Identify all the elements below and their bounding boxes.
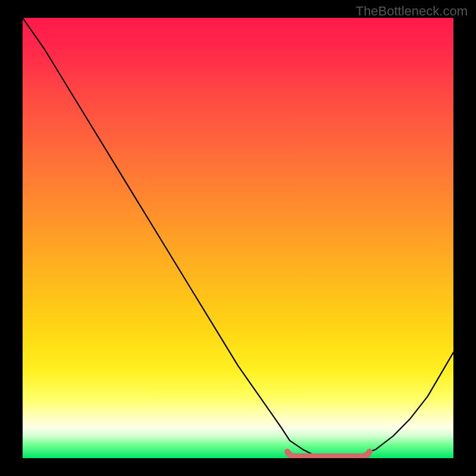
chart-plot-area <box>23 18 453 458</box>
watermark-text: TheBottleneck.com <box>356 4 468 19</box>
optimum-range-marker <box>23 18 453 458</box>
